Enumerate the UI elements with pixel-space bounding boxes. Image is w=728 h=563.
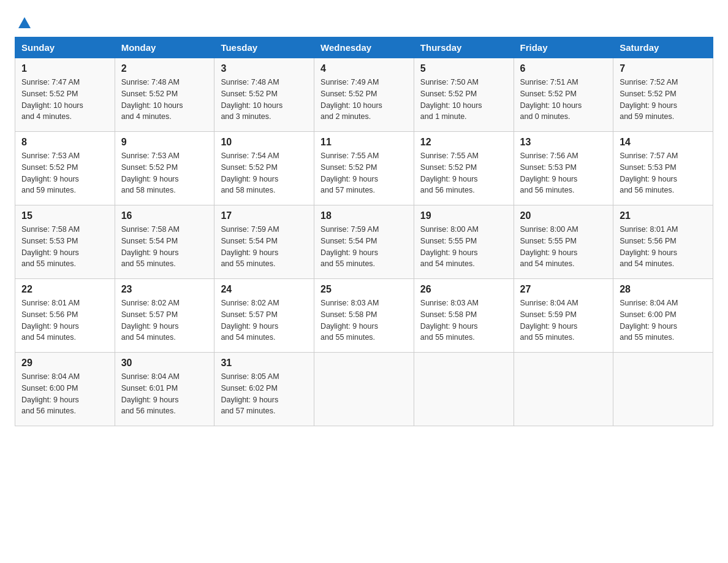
calendar-cell: 16 Sunrise: 7:58 AMSunset: 5:54 PMDaylig… bbox=[115, 205, 214, 279]
day-info: Sunrise: 7:58 AMSunset: 5:53 PMDaylight:… bbox=[21, 224, 108, 270]
calendar-cell: 14 Sunrise: 7:57 AMSunset: 5:53 PMDaylig… bbox=[613, 132, 713, 205]
page-header bbox=[15, 15, 713, 25]
day-number: 14 bbox=[620, 137, 707, 148]
day-info: Sunrise: 8:04 AMSunset: 6:01 PMDaylight:… bbox=[121, 371, 208, 417]
day-number: 28 bbox=[620, 284, 707, 295]
day-number: 11 bbox=[320, 137, 408, 148]
day-info: Sunrise: 7:55 AMSunset: 5:52 PMDaylight:… bbox=[420, 150, 507, 196]
day-number: 16 bbox=[121, 210, 208, 221]
calendar-cell: 31 Sunrise: 8:05 AMSunset: 6:02 PMDaylig… bbox=[214, 353, 314, 426]
day-info: Sunrise: 8:05 AMSunset: 6:02 PMDaylight:… bbox=[221, 371, 308, 417]
day-info: Sunrise: 7:53 AMSunset: 5:52 PMDaylight:… bbox=[121, 150, 208, 196]
day-number: 12 bbox=[420, 137, 507, 148]
header-friday: Friday bbox=[514, 37, 613, 58]
day-info: Sunrise: 7:49 AMSunset: 5:52 PMDaylight:… bbox=[320, 77, 408, 123]
day-info: Sunrise: 8:02 AMSunset: 5:57 PMDaylight:… bbox=[221, 297, 308, 343]
day-number: 13 bbox=[520, 137, 607, 148]
calendar-cell: 10 Sunrise: 7:54 AMSunset: 5:52 PMDaylig… bbox=[214, 132, 314, 205]
day-info: Sunrise: 8:03 AMSunset: 5:58 PMDaylight:… bbox=[320, 297, 408, 343]
day-info: Sunrise: 7:54 AMSunset: 5:52 PMDaylight:… bbox=[221, 150, 308, 196]
calendar-week-row: 22 Sunrise: 8:01 AMSunset: 5:56 PMDaylig… bbox=[15, 279, 713, 353]
day-info: Sunrise: 8:03 AMSunset: 5:58 PMDaylight:… bbox=[420, 297, 507, 343]
day-info: Sunrise: 8:00 AMSunset: 5:55 PMDaylight:… bbox=[520, 224, 607, 270]
day-number: 6 bbox=[520, 63, 607, 74]
day-number: 25 bbox=[320, 284, 408, 295]
day-info: Sunrise: 7:59 AMSunset: 5:54 PMDaylight:… bbox=[320, 224, 408, 270]
day-number: 8 bbox=[21, 137, 108, 148]
day-info: Sunrise: 7:47 AMSunset: 5:52 PMDaylight:… bbox=[21, 77, 108, 123]
calendar-cell: 2 Sunrise: 7:48 AMSunset: 5:52 PMDayligh… bbox=[115, 58, 214, 132]
day-number: 29 bbox=[21, 358, 108, 369]
day-info: Sunrise: 8:04 AMSunset: 6:00 PMDaylight:… bbox=[21, 371, 108, 417]
calendar-cell: 26 Sunrise: 8:03 AMSunset: 5:58 PMDaylig… bbox=[414, 279, 514, 353]
day-number: 18 bbox=[320, 210, 408, 221]
calendar-cell bbox=[414, 353, 514, 426]
day-number: 22 bbox=[21, 284, 108, 295]
day-number: 21 bbox=[620, 210, 707, 221]
header-thursday: Thursday bbox=[414, 37, 514, 58]
calendar-cell: 20 Sunrise: 8:00 AMSunset: 5:55 PMDaylig… bbox=[514, 205, 613, 279]
calendar-cell bbox=[514, 353, 613, 426]
day-number: 24 bbox=[221, 284, 308, 295]
calendar-cell: 25 Sunrise: 8:03 AMSunset: 5:58 PMDaylig… bbox=[314, 279, 414, 353]
header-monday: Monday bbox=[115, 37, 214, 58]
day-number: 26 bbox=[420, 284, 507, 295]
calendar-week-row: 1 Sunrise: 7:47 AMSunset: 5:52 PMDayligh… bbox=[15, 58, 713, 132]
calendar-cell bbox=[314, 353, 414, 426]
calendar-cell: 15 Sunrise: 7:58 AMSunset: 5:53 PMDaylig… bbox=[15, 205, 115, 279]
day-info: Sunrise: 7:55 AMSunset: 5:52 PMDaylight:… bbox=[320, 150, 408, 196]
calendar-header-row: SundayMondayTuesdayWednesdayThursdayFrid… bbox=[15, 37, 713, 58]
calendar-cell: 27 Sunrise: 8:04 AMSunset: 5:59 PMDaylig… bbox=[514, 279, 613, 353]
day-number: 7 bbox=[620, 63, 707, 74]
day-info: Sunrise: 7:58 AMSunset: 5:54 PMDaylight:… bbox=[121, 224, 208, 270]
calendar-cell bbox=[613, 353, 713, 426]
calendar-cell: 8 Sunrise: 7:53 AMSunset: 5:52 PMDayligh… bbox=[15, 132, 115, 205]
day-info: Sunrise: 7:51 AMSunset: 5:52 PMDaylight:… bbox=[520, 77, 607, 123]
calendar-cell: 3 Sunrise: 7:48 AMSunset: 5:52 PMDayligh… bbox=[214, 58, 314, 132]
calendar-cell: 7 Sunrise: 7:52 AMSunset: 5:52 PMDayligh… bbox=[613, 58, 713, 132]
calendar-cell: 29 Sunrise: 8:04 AMSunset: 6:00 PMDaylig… bbox=[15, 353, 115, 426]
header-wednesday: Wednesday bbox=[314, 37, 414, 58]
calendar-cell: 1 Sunrise: 7:47 AMSunset: 5:52 PMDayligh… bbox=[15, 58, 115, 132]
day-info: Sunrise: 7:53 AMSunset: 5:52 PMDaylight:… bbox=[21, 150, 108, 196]
day-info: Sunrise: 7:50 AMSunset: 5:52 PMDaylight:… bbox=[420, 77, 507, 123]
day-number: 27 bbox=[520, 284, 607, 295]
calendar-week-row: 29 Sunrise: 8:04 AMSunset: 6:00 PMDaylig… bbox=[15, 353, 713, 426]
day-number: 9 bbox=[121, 137, 208, 148]
day-number: 3 bbox=[221, 63, 308, 74]
day-number: 5 bbox=[420, 63, 507, 74]
day-info: Sunrise: 8:04 AMSunset: 6:00 PMDaylight:… bbox=[620, 297, 707, 343]
day-info: Sunrise: 7:48 AMSunset: 5:52 PMDaylight:… bbox=[121, 77, 208, 123]
day-number: 1 bbox=[21, 63, 108, 74]
calendar-cell: 12 Sunrise: 7:55 AMSunset: 5:52 PMDaylig… bbox=[414, 132, 514, 205]
calendar-cell: 17 Sunrise: 7:59 AMSunset: 5:54 PMDaylig… bbox=[214, 205, 314, 279]
day-number: 4 bbox=[320, 63, 408, 74]
calendar-cell: 30 Sunrise: 8:04 AMSunset: 6:01 PMDaylig… bbox=[115, 353, 214, 426]
calendar-cell: 28 Sunrise: 8:04 AMSunset: 6:00 PMDaylig… bbox=[613, 279, 713, 353]
day-number: 30 bbox=[121, 358, 208, 369]
day-info: Sunrise: 7:56 AMSunset: 5:53 PMDaylight:… bbox=[520, 150, 607, 196]
day-info: Sunrise: 8:02 AMSunset: 5:57 PMDaylight:… bbox=[121, 297, 208, 343]
calendar-cell: 4 Sunrise: 7:49 AMSunset: 5:52 PMDayligh… bbox=[314, 58, 414, 132]
calendar-cell: 13 Sunrise: 7:56 AMSunset: 5:53 PMDaylig… bbox=[514, 132, 613, 205]
calendar-cell: 6 Sunrise: 7:51 AMSunset: 5:52 PMDayligh… bbox=[514, 58, 613, 132]
day-number: 31 bbox=[221, 358, 308, 369]
logo bbox=[15, 15, 31, 25]
day-info: Sunrise: 7:57 AMSunset: 5:53 PMDaylight:… bbox=[620, 150, 707, 196]
calendar-cell: 9 Sunrise: 7:53 AMSunset: 5:52 PMDayligh… bbox=[115, 132, 214, 205]
day-number: 23 bbox=[121, 284, 208, 295]
day-number: 20 bbox=[520, 210, 607, 221]
calendar-cell: 19 Sunrise: 8:00 AMSunset: 5:55 PMDaylig… bbox=[414, 205, 514, 279]
day-number: 19 bbox=[420, 210, 507, 221]
day-number: 15 bbox=[21, 210, 108, 221]
day-info: Sunrise: 7:48 AMSunset: 5:52 PMDaylight:… bbox=[221, 77, 308, 123]
calendar-week-row: 8 Sunrise: 7:53 AMSunset: 5:52 PMDayligh… bbox=[15, 132, 713, 205]
header-sunday: Sunday bbox=[15, 37, 115, 58]
calendar-week-row: 15 Sunrise: 7:58 AMSunset: 5:53 PMDaylig… bbox=[15, 205, 713, 279]
header-saturday: Saturday bbox=[613, 37, 713, 58]
day-info: Sunrise: 8:01 AMSunset: 5:56 PMDaylight:… bbox=[21, 297, 108, 343]
day-info: Sunrise: 7:59 AMSunset: 5:54 PMDaylight:… bbox=[221, 224, 308, 270]
calendar-cell: 18 Sunrise: 7:59 AMSunset: 5:54 PMDaylig… bbox=[314, 205, 414, 279]
calendar-cell: 24 Sunrise: 8:02 AMSunset: 5:57 PMDaylig… bbox=[214, 279, 314, 353]
calendar-table: SundayMondayTuesdayWednesdayThursdayFrid… bbox=[15, 37, 713, 426]
